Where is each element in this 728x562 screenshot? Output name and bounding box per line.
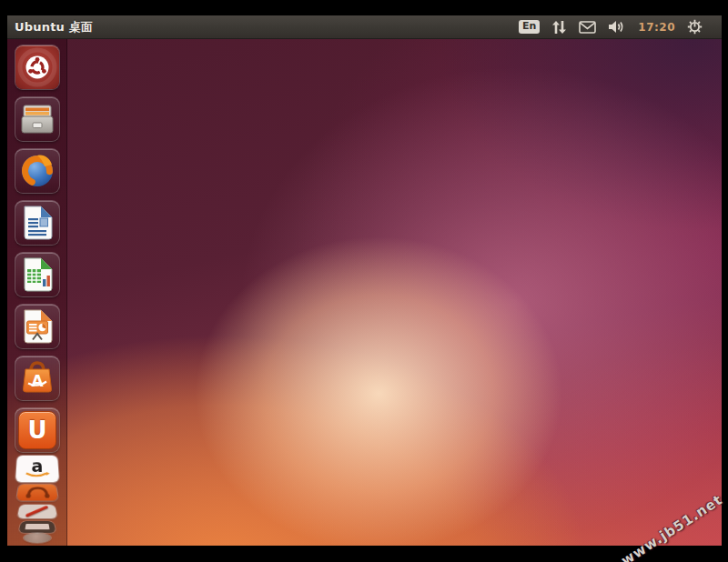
desktop-screen: Ubuntu 桌面 En: [7, 15, 722, 546]
launcher-item-libreoffice-impress[interactable]: [15, 305, 59, 348]
launcher-item-amazon-folded[interactable]: a: [15, 456, 58, 482]
launcher-item-libreoffice-writer[interactable]: [15, 201, 59, 245]
launcher-item-ubuntu-software-center[interactable]: A: [15, 356, 59, 400]
launcher-item-dash-home[interactable]: [15, 45, 59, 89]
headphones-icon: [23, 486, 52, 498]
tool-icon: [25, 506, 48, 517]
volume-icon[interactable]: [608, 20, 626, 34]
launcher-item-file-manager[interactable]: [15, 97, 59, 141]
ubuntu-one-glyph: U: [27, 416, 46, 444]
launcher-item-system-settings-folded[interactable]: [16, 505, 56, 518]
calc-spreadsheet-icon: [17, 255, 57, 295]
launcher-item-ubuntu-one[interactable]: U: [15, 408, 59, 452]
ubuntu-logo-icon: [15, 45, 59, 89]
unity-launcher: A U a: [7, 39, 67, 546]
system-tray: En 17:20: [519, 19, 703, 35]
launcher-item-ubuntu-one-music-folded[interactable]: [16, 485, 58, 501]
firefox-icon: [17, 151, 57, 191]
software-center-bag-icon: A: [17, 358, 57, 398]
window-title: Ubuntu 桌面: [15, 19, 93, 35]
amazon-glyph: a: [31, 460, 43, 471]
file-cabinet-icon: [17, 99, 57, 139]
amazon-smile-icon: [24, 471, 50, 477]
mail-icon[interactable]: [579, 21, 596, 34]
desktop-wallpaper[interactable]: A U a: [7, 39, 722, 546]
impress-presentation-icon: [17, 306, 57, 346]
launcher-item-libreoffice-calc[interactable]: [15, 253, 59, 296]
writer-document-icon: [17, 203, 57, 243]
launcher-item-firefox[interactable]: [15, 149, 59, 193]
launcher-item-trash-folded[interactable]: [24, 533, 51, 543]
top-panel: Ubuntu 桌面 En: [7, 15, 722, 39]
keyboard-layout-indicator[interactable]: En: [519, 20, 540, 34]
launcher-item-install-disk-folded[interactable]: [18, 521, 56, 533]
software-center-glyph: A: [31, 372, 44, 390]
ubuntu-one-icon: U: [18, 411, 56, 449]
clock[interactable]: 17:20: [638, 21, 675, 34]
disk-icon: [25, 524, 49, 529]
network-arrows-icon[interactable]: [551, 20, 567, 35]
session-gear-icon[interactable]: [687, 19, 703, 35]
